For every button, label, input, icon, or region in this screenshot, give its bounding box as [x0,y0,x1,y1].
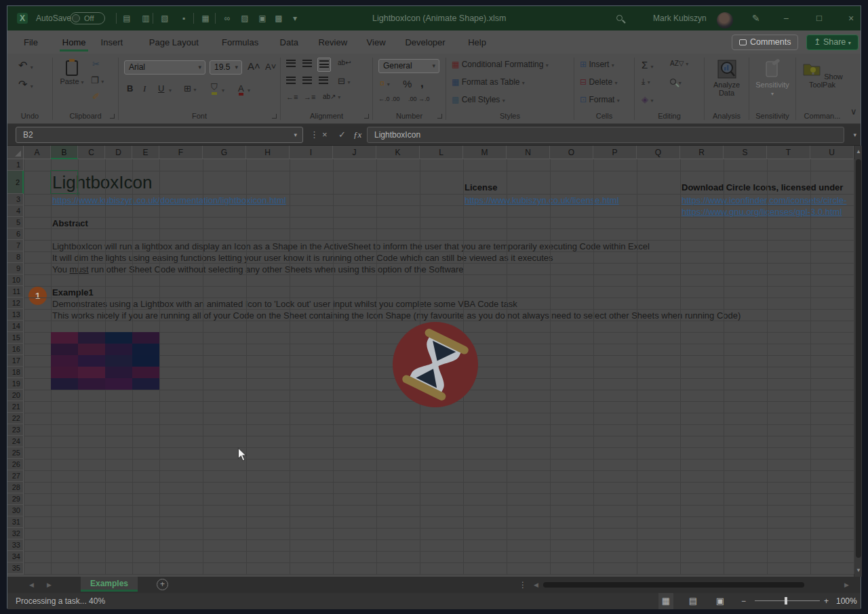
row-header-22[interactable]: 22 [7,413,24,424]
cell-r3-link[interactable]: https://www.iconfinder.com/iconsets/circ… [682,195,854,206]
excel-logo[interactable]: X [17,13,28,24]
heatmap-cell[interactable] [78,355,105,367]
cell-b9[interactable]: You must run other Sheet Code without se… [52,264,464,275]
cell-b3-link[interactable]: https://www.kubiszyn.co.uk/documentation… [52,195,286,206]
fill-color-dropdown[interactable]: ▾ [222,87,224,94]
heatmap-cell[interactable] [105,344,132,355]
column-header-T[interactable]: T [767,146,810,159]
row-header-12[interactable]: 12 [7,298,24,309]
autosave-toggle[interactable]: Off [70,12,105,24]
row-header-25[interactable]: 25 [7,447,24,459]
heatmap-cell[interactable] [132,367,159,378]
zoom-in-icon[interactable]: + [824,593,829,609]
prev-sheet-icon[interactable]: ◀ [29,577,34,593]
column-header-C[interactable]: C [78,146,105,159]
show-toolpak-button[interactable]: Show ToolPak [796,59,848,89]
calculator-icon[interactable]: ▦ [200,13,211,24]
row-header-9[interactable]: 9 [7,263,24,274]
ribbon-tab-home[interactable]: Home [60,33,89,52]
row-header-31[interactable]: 31 [7,516,24,528]
column-header-I[interactable]: I [290,146,333,159]
zoom-level[interactable]: 100% [836,593,857,609]
save-icon[interactable]: ▤ [121,13,132,24]
cell-b12[interactable]: Demonstrates using a Lightbox with an an… [52,298,517,310]
heatmap-cell[interactable] [51,332,78,344]
expand-formula-bar-icon[interactable]: ▾ [853,127,856,143]
increase-indent-icon[interactable]: →≡ [304,93,315,101]
column-header-N[interactable]: N [507,146,550,159]
cell-m2[interactable]: License [465,182,497,193]
row-header-2[interactable]: 2 [7,171,24,194]
row-header-5[interactable]: 5 [7,217,24,228]
enter-icon[interactable]: ✓ [338,127,346,143]
column-header-U[interactable]: U [810,146,854,159]
row-header-26[interactable]: 26 [7,459,24,470]
close-button[interactable]: × [848,6,854,30]
row-header-19[interactable]: 19 [7,378,24,390]
font-dialog-launcher[interactable] [272,114,277,119]
delete-cells-button[interactable]: ⊟ Delete ▾ [580,77,617,87]
column-header-K[interactable]: K [376,146,420,159]
heatmap-cell[interactable] [78,367,105,378]
borders-icon[interactable]: ⊞ ▾ [184,83,197,94]
ribbon-tab-developer[interactable]: Developer [402,33,448,52]
cell-b11[interactable]: Example1 [52,287,94,298]
row-header-6[interactable]: 6 [7,228,24,240]
decrease-font-icon[interactable]: A˅ [265,62,276,72]
scroll-down-icon[interactable]: ▼ [854,566,862,575]
column-header-F[interactable]: F [159,146,203,159]
column-header-E[interactable]: E [132,146,159,159]
zoom-out-icon[interactable]: − [741,593,746,609]
row-header-15[interactable]: 15 [7,332,24,344]
comma-style-icon[interactable]: , [420,77,424,90]
column-header-L[interactable]: L [420,146,463,159]
column-header-R[interactable]: R [680,146,724,159]
row-header-17[interactable]: 17 [7,355,24,367]
heatmap-cell[interactable] [51,355,78,367]
heatmap-cell[interactable] [51,344,78,355]
user-name[interactable]: Mark Kubiszyn [653,6,707,30]
cell-r2[interactable]: Download Circle Icons, licensed under [682,182,854,193]
ribbon-tab-view[interactable]: View [364,33,389,52]
cell-b7[interactable]: LightboxIcon will run a lightbox and dis… [52,241,650,252]
camera-icon[interactable]: ▣ [257,13,268,24]
next-sheet-icon[interactable]: ▶ [47,577,52,593]
ribbon-tab-formulas[interactable]: Formulas [219,33,261,52]
row-header-34[interactable]: 34 [7,551,24,562]
font-size-select[interactable]: 19.5▾ [210,60,242,75]
qat-overflow-icon[interactable]: ▾ [290,13,300,24]
paste-button[interactable]: Paste ▾ [58,60,85,85]
decrease-indent-icon[interactable]: ←≡ [286,93,298,101]
normal-view-icon[interactable]: ▦ [658,593,673,609]
number-format-select[interactable]: General▾ [378,59,439,73]
fill-color-icon[interactable]: ⛉ [211,82,218,93]
row-header-4[interactable]: 4 [7,205,24,217]
formula-input[interactable]: LightboxIcon [367,127,844,143]
formula-bar-grip[interactable]: ⋮ [310,127,319,143]
ribbon-tab-help[interactable]: Help [465,33,489,52]
format-as-table-button[interactable]: ▦ Format as Table ▾ [452,77,525,87]
align-left-icon[interactable] [286,76,296,86]
page-break-preview-icon[interactable]: ▣ [713,593,728,609]
font-color-icon[interactable]: A [238,83,244,94]
delete-cells-icon[interactable]: ▪ [178,13,189,24]
decrease-decimal-icon[interactable]: .00 →.0 [408,96,430,102]
heatmap-cell[interactable] [132,344,159,355]
sensitivity-button[interactable]: Sensitivity▾ [749,59,795,97]
column-header-B[interactable]: B [51,146,78,159]
row-header-14[interactable]: 14 [7,321,24,332]
orientation-icon[interactable]: ab↗ ▾ [323,93,340,100]
collapse-ribbon-icon[interactable]: ∨ [850,106,857,117]
middle-align-icon[interactable] [302,59,312,69]
copy-button[interactable]: ❐ ▾ [91,75,104,85]
hscroll-right-icon[interactable]: ▶ [844,577,849,593]
row-header-16[interactable]: 16 [7,344,24,355]
row-header-3[interactable]: 3 [7,194,24,205]
vertical-scrollbar[interactable]: ▲ ▼ [854,146,862,577]
column-header-D[interactable]: D [105,146,132,159]
select-all-corner[interactable] [7,146,24,159]
row-header-23[interactable]: 23 [7,424,24,436]
conditional-formatting-button[interactable]: ▦ Conditional Formatting ▾ [452,60,549,69]
ribbon-tab-review[interactable]: Review [315,33,350,52]
ribbon-tab-data[interactable]: Data [277,33,301,52]
